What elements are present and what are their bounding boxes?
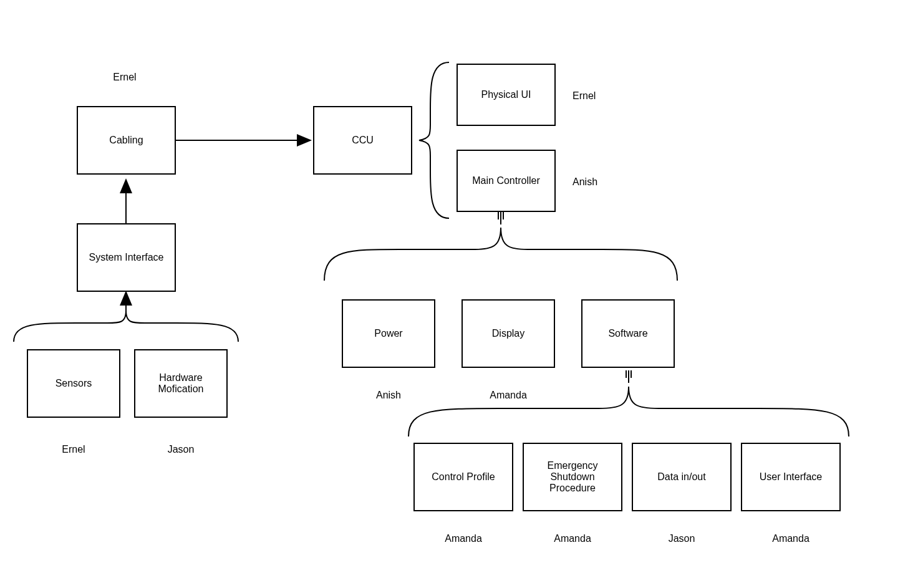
node-power-label: Power xyxy=(374,328,402,339)
owner-main-controller: Anish xyxy=(573,176,610,188)
node-emergency-shutdown: Emergency Shutdown Procedure xyxy=(523,443,622,511)
node-main-controller-label: Main Controller xyxy=(472,175,539,186)
node-physical-ui-label: Physical UI xyxy=(481,89,531,100)
node-display-label: Display xyxy=(492,328,524,339)
node-user-interface: User Interface xyxy=(741,443,841,511)
owner-power: Anish xyxy=(370,390,407,401)
node-data-in-out-label: Data in/out xyxy=(657,471,705,483)
owner-sensors: Ernel xyxy=(55,444,92,455)
owner-physical-ui: Ernel xyxy=(573,90,610,102)
node-data-in-out: Data in/out xyxy=(632,443,732,511)
node-emergency-shutdown-label: Emergency Shutdown Procedure xyxy=(526,460,619,494)
node-software-label: Software xyxy=(608,328,647,339)
owner-data-in-out: Jason xyxy=(663,533,700,544)
owner-cabling: Ernel xyxy=(106,72,143,83)
node-physical-ui: Physical UI xyxy=(457,64,556,126)
owner-control-profile: Amanda xyxy=(442,533,485,544)
node-ccu-label: CCU xyxy=(352,135,374,146)
node-software: Software xyxy=(581,299,675,368)
node-hardware-mod-label: Hardware Mofication xyxy=(138,372,224,395)
node-cabling: Cabling xyxy=(77,106,176,175)
node-sensors-label: Sensors xyxy=(56,378,92,389)
node-power: Power xyxy=(342,299,435,368)
node-hardware-mod: Hardware Mofication xyxy=(134,349,228,418)
node-cabling-label: Cabling xyxy=(109,135,143,146)
node-main-controller: Main Controller xyxy=(457,150,556,212)
node-display: Display xyxy=(462,299,555,368)
owner-display: Amanda xyxy=(486,390,530,401)
node-user-interface-label: User Interface xyxy=(760,471,822,483)
node-system-interface-label: System Interface xyxy=(89,252,163,263)
owner-emergency-shutdown: Amanda xyxy=(551,533,594,544)
node-system-interface: System Interface xyxy=(77,223,176,292)
owner-hardware-mod: Jason xyxy=(162,444,200,455)
owner-user-interface: Amanda xyxy=(769,533,813,544)
node-control-profile-label: Control Profile xyxy=(432,471,495,483)
node-sensors: Sensors xyxy=(27,349,120,418)
node-ccu: CCU xyxy=(313,106,412,175)
node-control-profile: Control Profile xyxy=(413,443,513,511)
